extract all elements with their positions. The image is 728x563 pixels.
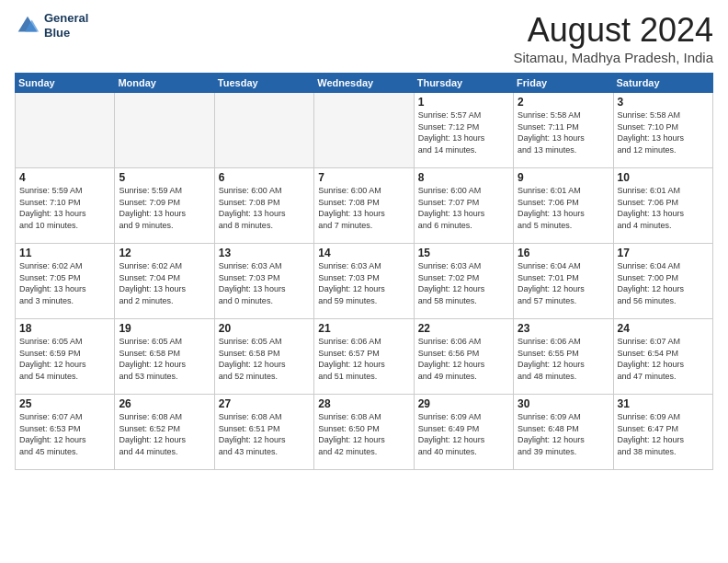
calendar-cell: 12Sunrise: 6:02 AM Sunset: 7:04 PM Dayli… <box>115 244 214 319</box>
calendar-cell: 29Sunrise: 6:09 AM Sunset: 6:49 PM Dayli… <box>414 395 513 470</box>
day-info: Sunrise: 5:57 AM Sunset: 7:12 PM Dayligh… <box>418 109 509 155</box>
day-info: Sunrise: 6:08 AM Sunset: 6:52 PM Dayligh… <box>119 411 210 457</box>
day-number: 5 <box>119 171 210 184</box>
day-number: 10 <box>618 171 709 184</box>
day-number: 13 <box>219 247 310 259</box>
calendar-table: SundayMondayTuesdayWednesdayThursdayFrid… <box>15 73 713 470</box>
day-info: Sunrise: 6:00 AM Sunset: 7:08 PM Dayligh… <box>318 185 409 231</box>
day-info: Sunrise: 5:58 AM Sunset: 7:10 PM Dayligh… <box>618 109 709 155</box>
day-number: 9 <box>518 171 609 184</box>
day-info: Sunrise: 5:59 AM Sunset: 7:09 PM Dayligh… <box>119 185 210 231</box>
page-container: General Blue August 2024 Sitamau, Madhya… <box>0 0 728 477</box>
calendar-cell: 6Sunrise: 6:00 AM Sunset: 7:08 PM Daylig… <box>214 168 313 244</box>
calendar-cell: 8Sunrise: 6:00 AM Sunset: 7:07 PM Daylig… <box>414 168 513 244</box>
day-number: 2 <box>518 96 609 109</box>
calendar-cell: 3Sunrise: 5:58 AM Sunset: 7:10 PM Daylig… <box>613 93 712 168</box>
day-number: 3 <box>618 96 709 109</box>
day-number: 21 <box>318 322 409 335</box>
day-number: 15 <box>418 247 509 259</box>
calendar-cell: 27Sunrise: 6:08 AM Sunset: 6:51 PM Dayli… <box>214 395 313 470</box>
day-info: Sunrise: 6:09 AM Sunset: 6:49 PM Dayligh… <box>418 411 509 457</box>
calendar-cell: 11Sunrise: 6:02 AM Sunset: 7:05 PM Dayli… <box>16 244 115 319</box>
calendar-cell: 19Sunrise: 6:05 AM Sunset: 6:58 PM Dayli… <box>115 319 214 395</box>
calendar-cell: 7Sunrise: 6:00 AM Sunset: 7:08 PM Daylig… <box>314 168 414 244</box>
day-info: Sunrise: 6:03 AM Sunset: 7:03 PM Dayligh… <box>219 260 310 306</box>
calendar-cell: 4Sunrise: 5:59 AM Sunset: 7:10 PM Daylig… <box>16 168 115 244</box>
calendar-header-wednesday: Wednesday <box>314 74 414 93</box>
title-block: August 2024 Sitamau, Madhya Pradesh, Ind… <box>513 11 713 65</box>
day-info: Sunrise: 6:06 AM Sunset: 6:56 PM Dayligh… <box>418 336 509 382</box>
day-info: Sunrise: 6:01 AM Sunset: 7:06 PM Dayligh… <box>518 185 609 231</box>
calendar-header-monday: Monday <box>115 74 214 93</box>
calendar-cell <box>314 93 414 168</box>
day-info: Sunrise: 6:00 AM Sunset: 7:08 PM Dayligh… <box>219 185 310 231</box>
header: General Blue August 2024 Sitamau, Madhya… <box>15 11 713 65</box>
calendar-cell: 5Sunrise: 5:59 AM Sunset: 7:09 PM Daylig… <box>115 168 214 244</box>
calendar-header-row: SundayMondayTuesdayWednesdayThursdayFrid… <box>16 74 713 93</box>
calendar-cell: 17Sunrise: 6:04 AM Sunset: 7:00 PM Dayli… <box>613 244 712 319</box>
calendar-cell: 25Sunrise: 6:07 AM Sunset: 6:53 PM Dayli… <box>16 395 115 470</box>
day-info: Sunrise: 6:08 AM Sunset: 6:51 PM Dayligh… <box>219 411 310 457</box>
calendar-cell: 26Sunrise: 6:08 AM Sunset: 6:52 PM Dayli… <box>115 395 214 470</box>
calendar-cell: 21Sunrise: 6:06 AM Sunset: 6:57 PM Dayli… <box>314 319 414 395</box>
day-info: Sunrise: 6:02 AM Sunset: 7:05 PM Dayligh… <box>19 260 110 306</box>
calendar-cell <box>115 93 214 168</box>
day-info: Sunrise: 6:06 AM Sunset: 6:55 PM Dayligh… <box>518 336 609 382</box>
calendar-header-sunday: Sunday <box>16 74 115 93</box>
day-info: Sunrise: 6:09 AM Sunset: 6:48 PM Dayligh… <box>518 411 609 457</box>
calendar-cell: 22Sunrise: 6:06 AM Sunset: 6:56 PM Dayli… <box>414 319 513 395</box>
calendar-cell: 2Sunrise: 5:58 AM Sunset: 7:11 PM Daylig… <box>514 93 613 168</box>
day-number: 26 <box>119 397 210 410</box>
day-number: 29 <box>418 397 509 410</box>
month-title: August 2024 <box>513 11 713 50</box>
day-number: 12 <box>119 247 210 259</box>
day-number: 6 <box>219 171 310 184</box>
day-number: 22 <box>418 322 509 335</box>
day-number: 19 <box>119 322 210 335</box>
day-number: 16 <box>518 247 609 259</box>
calendar-cell: 10Sunrise: 6:01 AM Sunset: 7:06 PM Dayli… <box>613 168 712 244</box>
day-number: 7 <box>318 171 409 184</box>
day-number: 27 <box>219 397 310 410</box>
day-number: 24 <box>618 322 709 335</box>
day-number: 17 <box>618 247 709 259</box>
day-info: Sunrise: 6:05 AM Sunset: 6:59 PM Dayligh… <box>19 336 110 382</box>
day-number: 4 <box>19 171 110 184</box>
calendar-header-saturday: Saturday <box>613 74 712 93</box>
calendar-cell: 18Sunrise: 6:05 AM Sunset: 6:59 PM Dayli… <box>16 319 115 395</box>
calendar-cell <box>214 93 313 168</box>
day-number: 11 <box>19 247 110 259</box>
calendar-week-5: 25Sunrise: 6:07 AM Sunset: 6:53 PM Dayli… <box>16 395 713 470</box>
calendar-header-friday: Friday <box>514 74 613 93</box>
day-number: 18 <box>19 322 110 335</box>
logo-icon <box>15 13 40 39</box>
day-info: Sunrise: 6:09 AM Sunset: 6:47 PM Dayligh… <box>618 411 709 457</box>
day-info: Sunrise: 6:06 AM Sunset: 6:57 PM Dayligh… <box>318 336 409 382</box>
day-info: Sunrise: 5:59 AM Sunset: 7:10 PM Dayligh… <box>19 185 110 231</box>
calendar-cell: 28Sunrise: 6:08 AM Sunset: 6:50 PM Dayli… <box>314 395 414 470</box>
day-number: 23 <box>518 322 609 335</box>
calendar-cell: 1Sunrise: 5:57 AM Sunset: 7:12 PM Daylig… <box>414 93 513 168</box>
calendar-week-1: 1Sunrise: 5:57 AM Sunset: 7:12 PM Daylig… <box>16 93 713 168</box>
day-info: Sunrise: 6:04 AM Sunset: 7:00 PM Dayligh… <box>618 260 709 306</box>
subtitle: Sitamau, Madhya Pradesh, India <box>513 50 713 65</box>
calendar-cell: 16Sunrise: 6:04 AM Sunset: 7:01 PM Dayli… <box>514 244 613 319</box>
calendar-week-4: 18Sunrise: 6:05 AM Sunset: 6:59 PM Dayli… <box>16 319 713 395</box>
day-info: Sunrise: 6:00 AM Sunset: 7:07 PM Dayligh… <box>418 185 509 231</box>
day-number: 28 <box>318 397 409 410</box>
calendar-cell: 23Sunrise: 6:06 AM Sunset: 6:55 PM Dayli… <box>514 319 613 395</box>
calendar-cell: 31Sunrise: 6:09 AM Sunset: 6:47 PM Dayli… <box>613 395 712 470</box>
day-number: 8 <box>418 171 509 184</box>
day-info: Sunrise: 6:02 AM Sunset: 7:04 PM Dayligh… <box>119 260 210 306</box>
day-info: Sunrise: 6:08 AM Sunset: 6:50 PM Dayligh… <box>318 411 409 457</box>
day-info: Sunrise: 5:58 AM Sunset: 7:11 PM Dayligh… <box>518 109 609 155</box>
calendar-cell: 14Sunrise: 6:03 AM Sunset: 7:03 PM Dayli… <box>314 244 414 319</box>
day-number: 1 <box>418 96 509 109</box>
day-number: 25 <box>19 397 110 410</box>
day-info: Sunrise: 6:03 AM Sunset: 7:03 PM Dayligh… <box>318 260 409 306</box>
day-info: Sunrise: 6:07 AM Sunset: 6:54 PM Dayligh… <box>618 336 709 382</box>
day-info: Sunrise: 6:01 AM Sunset: 7:06 PM Dayligh… <box>618 185 709 231</box>
day-number: 20 <box>219 322 310 335</box>
day-info: Sunrise: 6:04 AM Sunset: 7:01 PM Dayligh… <box>518 260 609 306</box>
day-number: 30 <box>518 397 609 410</box>
